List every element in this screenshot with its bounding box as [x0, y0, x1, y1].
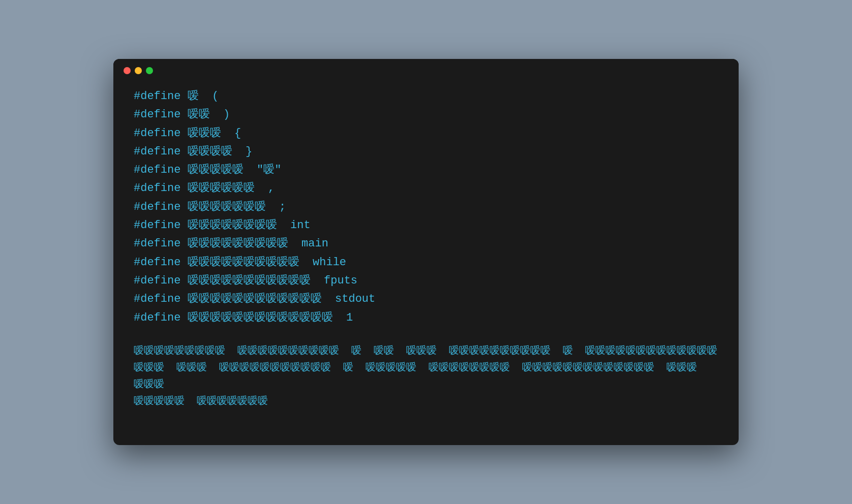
code-line: #define 嗳嗳 ) [134, 106, 718, 124]
titlebar [113, 59, 739, 82]
code-line: #define 嗳嗳嗳嗳嗳嗳嗳嗳 int [134, 216, 718, 235]
bottom-code-line: 嗳嗳嗳嗳嗳 嗳嗳嗳嗳嗳嗳嗳 [134, 393, 718, 410]
code-line: #define 嗳嗳嗳嗳嗳嗳嗳嗳嗳嗳嗳嗳嗳 1 [134, 309, 718, 327]
close-button[interactable] [124, 67, 131, 74]
code-line: #define 嗳嗳嗳 { [134, 124, 718, 143]
code-content: #define 嗳 (#define 嗳嗳 )#define 嗳嗳嗳 {#def… [113, 82, 739, 445]
code-line: #define 嗳嗳嗳嗳嗳嗳嗳 ; [134, 198, 718, 216]
code-line: #define 嗳嗳嗳嗳嗳 "嗳" [134, 161, 718, 179]
code-line: #define 嗳嗳嗳嗳嗳嗳嗳嗳嗳嗳 while [134, 254, 718, 272]
code-line: #define 嗳 ( [134, 87, 718, 106]
traffic-lights [124, 67, 153, 74]
bottom-code-line: 嗳嗳嗳嗳嗳嗳嗳嗳嗳 嗳嗳嗳嗳嗳嗳嗳嗳嗳嗳 嗳 嗳嗳 嗳嗳嗳 嗳嗳嗳嗳嗳嗳嗳嗳嗳嗳… [134, 342, 718, 359]
code-line: #define 嗳嗳嗳嗳嗳嗳嗳嗳嗳嗳嗳嗳 stdout [134, 290, 718, 308]
terminal-window: #define 嗳 (#define 嗳嗳 )#define 嗳嗳嗳 {#def… [113, 59, 739, 445]
minimize-button[interactable] [135, 67, 142, 74]
bottom-code-line: 嗳嗳嗳 嗳嗳嗳 嗳嗳嗳嗳嗳嗳嗳嗳嗳嗳嗳 嗳 嗳嗳嗳嗳嗳 嗳嗳嗳嗳嗳嗳嗳嗳 嗳嗳嗳… [134, 359, 718, 393]
code-line: #define 嗳嗳嗳嗳 } [134, 143, 718, 161]
define-section: #define 嗳 (#define 嗳嗳 )#define 嗳嗳嗳 {#def… [134, 87, 718, 327]
maximize-button[interactable] [146, 67, 153, 74]
code-line: #define 嗳嗳嗳嗳嗳嗳 , [134, 179, 718, 198]
code-line: #define 嗳嗳嗳嗳嗳嗳嗳嗳嗳 main [134, 235, 718, 253]
bottom-code-section: 嗳嗳嗳嗳嗳嗳嗳嗳嗳 嗳嗳嗳嗳嗳嗳嗳嗳嗳嗳 嗳 嗳嗳 嗳嗳嗳 嗳嗳嗳嗳嗳嗳嗳嗳嗳嗳… [134, 342, 718, 410]
code-line: #define 嗳嗳嗳嗳嗳嗳嗳嗳嗳嗳嗳 fputs [134, 272, 718, 290]
